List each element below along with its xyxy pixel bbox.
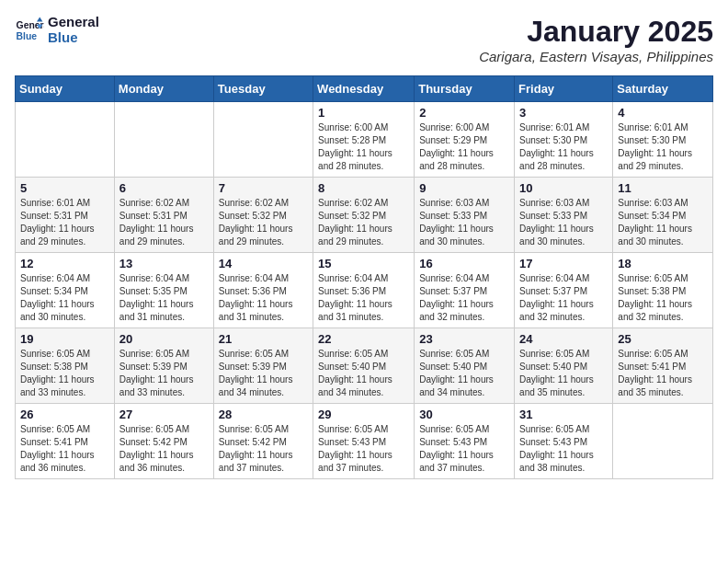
month-title: January 2025 <box>479 15 713 49</box>
svg-text:Blue: Blue <box>17 30 38 40</box>
week-row-5: 26Sunrise: 6:05 AM Sunset: 5:41 PM Dayli… <box>16 404 713 479</box>
day-cell: 13Sunrise: 6:04 AM Sunset: 5:35 PM Dayli… <box>114 253 213 328</box>
day-number: 26 <box>20 408 109 421</box>
title-section: January 2025 Carigara, Eastern Visayas, … <box>479 15 713 64</box>
day-number: 5 <box>20 181 109 195</box>
day-number: 28 <box>219 408 308 421</box>
day-cell: 16Sunrise: 6:04 AM Sunset: 5:37 PM Dayli… <box>415 253 515 328</box>
header-saturday: Saturday <box>613 76 713 102</box>
day-cell <box>213 102 313 178</box>
day-cell: 21Sunrise: 6:05 AM Sunset: 5:39 PM Dayli… <box>213 328 313 404</box>
day-cell: 8Sunrise: 6:02 AM Sunset: 5:32 PM Daylig… <box>313 178 415 253</box>
day-info: Sunrise: 6:02 AM Sunset: 5:32 PM Dayligh… <box>318 197 409 248</box>
day-number: 13 <box>119 257 209 270</box>
day-cell <box>16 102 115 178</box>
header-tuesday: Tuesday <box>213 76 313 102</box>
day-info: Sunrise: 6:05 AM Sunset: 5:41 PM Dayligh… <box>618 348 708 399</box>
day-number: 8 <box>318 181 409 195</box>
day-info: Sunrise: 6:03 AM Sunset: 5:33 PM Dayligh… <box>419 197 509 248</box>
day-number: 15 <box>318 257 409 270</box>
day-cell: 17Sunrise: 6:04 AM Sunset: 5:37 PM Dayli… <box>515 253 613 328</box>
day-info: Sunrise: 6:04 AM Sunset: 5:35 PM Dayligh… <box>119 272 209 324</box>
day-number: 19 <box>20 332 109 346</box>
day-cell: 12Sunrise: 6:04 AM Sunset: 5:34 PM Dayli… <box>16 253 115 328</box>
day-cell: 29Sunrise: 6:05 AM Sunset: 5:43 PM Dayli… <box>313 404 415 479</box>
day-number: 17 <box>519 257 608 270</box>
calendar-table: SundayMondayTuesdayWednesdayThursdayFrid… <box>15 75 713 479</box>
day-cell: 19Sunrise: 6:05 AM Sunset: 5:38 PM Dayli… <box>16 328 115 404</box>
day-info: Sunrise: 6:05 AM Sunset: 5:42 PM Dayligh… <box>119 423 209 475</box>
day-info: Sunrise: 6:03 AM Sunset: 5:33 PM Dayligh… <box>519 197 608 248</box>
day-cell: 25Sunrise: 6:05 AM Sunset: 5:41 PM Dayli… <box>613 328 713 404</box>
day-number: 30 <box>419 408 509 421</box>
day-cell: 15Sunrise: 6:04 AM Sunset: 5:36 PM Dayli… <box>313 253 415 328</box>
week-row-4: 19Sunrise: 6:05 AM Sunset: 5:38 PM Dayli… <box>16 328 713 404</box>
day-cell: 31Sunrise: 6:05 AM Sunset: 5:43 PM Dayli… <box>515 404 613 479</box>
day-cell: 24Sunrise: 6:05 AM Sunset: 5:40 PM Dayli… <box>515 328 613 404</box>
day-cell: 6Sunrise: 6:02 AM Sunset: 5:31 PM Daylig… <box>114 178 213 253</box>
day-cell: 30Sunrise: 6:05 AM Sunset: 5:43 PM Dayli… <box>415 404 515 479</box>
day-info: Sunrise: 6:02 AM Sunset: 5:31 PM Dayligh… <box>119 197 209 248</box>
day-cell: 28Sunrise: 6:05 AM Sunset: 5:42 PM Dayli… <box>213 404 313 479</box>
day-number: 27 <box>119 408 209 421</box>
day-cell: 10Sunrise: 6:03 AM Sunset: 5:33 PM Dayli… <box>515 178 613 253</box>
day-cell: 26Sunrise: 6:05 AM Sunset: 5:41 PM Dayli… <box>16 404 115 479</box>
day-info: Sunrise: 6:05 AM Sunset: 5:42 PM Dayligh… <box>219 423 308 475</box>
header-friday: Friday <box>515 76 613 102</box>
day-info: Sunrise: 6:05 AM Sunset: 5:43 PM Dayligh… <box>318 423 409 475</box>
day-info: Sunrise: 6:04 AM Sunset: 5:36 PM Dayligh… <box>219 272 308 324</box>
day-number: 4 <box>618 106 708 120</box>
day-number: 25 <box>618 332 708 346</box>
day-info: Sunrise: 6:02 AM Sunset: 5:32 PM Dayligh… <box>219 197 308 248</box>
day-number: 22 <box>318 332 409 346</box>
header: General Blue General Blue January 2025 C… <box>15 15 713 64</box>
day-info: Sunrise: 6:05 AM Sunset: 5:39 PM Dayligh… <box>219 348 308 399</box>
header-monday: Monday <box>114 76 213 102</box>
svg-marker-2 <box>37 17 42 21</box>
day-info: Sunrise: 6:01 AM Sunset: 5:30 PM Dayligh… <box>519 121 608 173</box>
week-row-2: 5Sunrise: 6:01 AM Sunset: 5:31 PM Daylig… <box>16 178 713 253</box>
day-info: Sunrise: 6:00 AM Sunset: 5:29 PM Dayligh… <box>419 121 509 173</box>
day-info: Sunrise: 6:05 AM Sunset: 5:39 PM Dayligh… <box>119 348 209 399</box>
day-info: Sunrise: 6:04 AM Sunset: 5:37 PM Dayligh… <box>519 272 608 324</box>
day-number: 24 <box>519 332 608 346</box>
day-number: 1 <box>318 106 409 120</box>
day-info: Sunrise: 6:01 AM Sunset: 5:30 PM Dayligh… <box>618 121 708 173</box>
calendar-header-row: SundayMondayTuesdayWednesdayThursdayFrid… <box>16 76 713 102</box>
day-cell: 27Sunrise: 6:05 AM Sunset: 5:42 PM Dayli… <box>114 404 213 479</box>
day-info: Sunrise: 6:04 AM Sunset: 5:37 PM Dayligh… <box>419 272 509 324</box>
day-info: Sunrise: 6:05 AM Sunset: 5:38 PM Dayligh… <box>618 272 708 324</box>
day-cell: 7Sunrise: 6:02 AM Sunset: 5:32 PM Daylig… <box>213 178 313 253</box>
day-number: 29 <box>318 408 409 421</box>
day-info: Sunrise: 6:05 AM Sunset: 5:40 PM Dayligh… <box>318 348 409 399</box>
logo: General Blue General Blue <box>15 15 99 45</box>
day-number: 16 <box>419 257 509 270</box>
day-cell: 20Sunrise: 6:05 AM Sunset: 5:39 PM Dayli… <box>114 328 213 404</box>
day-number: 3 <box>519 106 608 120</box>
day-cell: 2Sunrise: 6:00 AM Sunset: 5:29 PM Daylig… <box>415 102 515 178</box>
day-number: 9 <box>419 181 509 195</box>
day-info: Sunrise: 6:05 AM Sunset: 5:40 PM Dayligh… <box>419 348 509 399</box>
day-cell: 18Sunrise: 6:05 AM Sunset: 5:38 PM Dayli… <box>613 253 713 328</box>
day-cell: 23Sunrise: 6:05 AM Sunset: 5:40 PM Dayli… <box>415 328 515 404</box>
day-number: 21 <box>219 332 308 346</box>
day-info: Sunrise: 6:05 AM Sunset: 5:41 PM Dayligh… <box>20 423 109 475</box>
day-info: Sunrise: 6:04 AM Sunset: 5:34 PM Dayligh… <box>20 272 109 324</box>
day-number: 2 <box>419 106 509 120</box>
day-info: Sunrise: 6:00 AM Sunset: 5:28 PM Dayligh… <box>318 121 409 173</box>
day-cell: 5Sunrise: 6:01 AM Sunset: 5:31 PM Daylig… <box>16 178 115 253</box>
day-cell <box>114 102 213 178</box>
day-cell: 1Sunrise: 6:00 AM Sunset: 5:28 PM Daylig… <box>313 102 415 178</box>
day-cell: 9Sunrise: 6:03 AM Sunset: 5:33 PM Daylig… <box>415 178 515 253</box>
header-thursday: Thursday <box>415 76 515 102</box>
day-cell: 11Sunrise: 6:03 AM Sunset: 5:34 PM Dayli… <box>613 178 713 253</box>
day-cell <box>613 404 713 479</box>
day-cell: 4Sunrise: 6:01 AM Sunset: 5:30 PM Daylig… <box>613 102 713 178</box>
day-number: 23 <box>419 332 509 346</box>
day-info: Sunrise: 6:05 AM Sunset: 5:43 PM Dayligh… <box>519 423 608 475</box>
week-row-3: 12Sunrise: 6:04 AM Sunset: 5:34 PM Dayli… <box>16 253 713 328</box>
day-info: Sunrise: 6:05 AM Sunset: 5:43 PM Dayligh… <box>419 423 509 475</box>
header-wednesday: Wednesday <box>313 76 415 102</box>
day-cell: 22Sunrise: 6:05 AM Sunset: 5:40 PM Dayli… <box>313 328 415 404</box>
logo-general: General <box>48 15 99 30</box>
